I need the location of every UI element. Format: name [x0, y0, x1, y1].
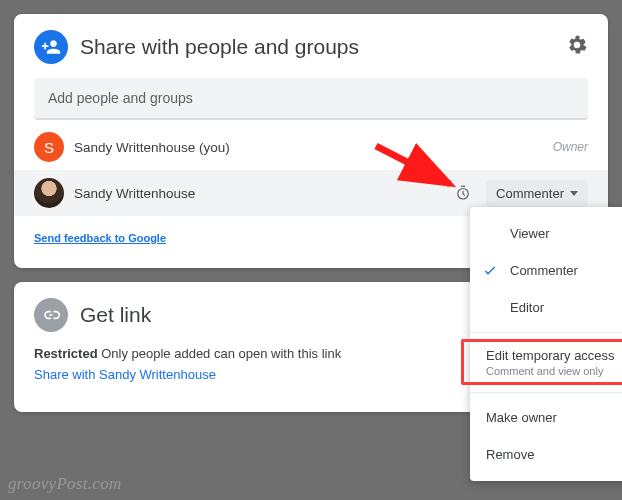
menu-divider [470, 392, 622, 393]
chevron-down-icon [570, 191, 578, 196]
settings-gear-icon[interactable] [566, 34, 588, 60]
check-icon [482, 263, 498, 279]
role-option-make-owner[interactable]: Make owner [470, 399, 622, 436]
add-people-placeholder: Add people and groups [48, 90, 193, 106]
role-option-editor[interactable]: Editor [470, 289, 622, 326]
share-header: Share with people and groups [34, 30, 588, 64]
person-name: Sandy Writtenhouse (you) [74, 140, 543, 155]
role-current: Commenter [496, 186, 564, 201]
avatar: S [34, 132, 64, 162]
role-dropdown-menu: Viewer Commenter Editor Edit temporary a… [470, 207, 622, 481]
timer-icon [454, 184, 472, 202]
avatar [34, 178, 64, 208]
role-label-owner: Owner [553, 140, 588, 154]
person-add-icon [34, 30, 68, 64]
role-option-commenter[interactable]: Commenter [470, 252, 622, 289]
link-icon [34, 298, 68, 332]
person-name: Sandy Writtenhouse [74, 186, 444, 201]
menu-divider [470, 332, 622, 333]
watermark-text: groovyPost.com [8, 474, 122, 494]
role-option-viewer[interactable]: Viewer [470, 215, 622, 252]
role-option-remove[interactable]: Remove [470, 436, 622, 473]
share-title: Share with people and groups [80, 35, 554, 59]
role-option-edit-temporary-access[interactable]: Edit temporary access Comment and view o… [470, 339, 622, 386]
role-dropdown-button[interactable]: Commenter [486, 180, 588, 207]
add-people-input[interactable]: Add people and groups [34, 78, 588, 120]
person-row-owner: S Sandy Writtenhouse (you) Owner [34, 124, 588, 170]
